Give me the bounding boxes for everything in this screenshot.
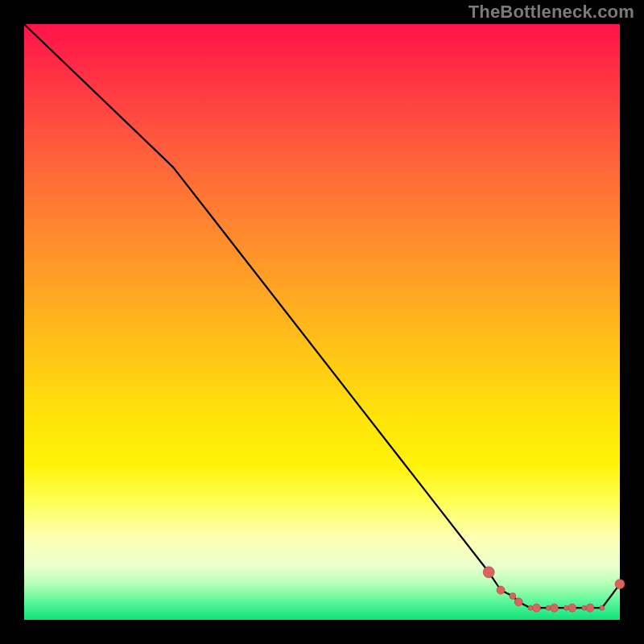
- data-point: [483, 567, 494, 578]
- bottleneck-curve: [24, 24, 620, 608]
- data-point: [600, 605, 605, 610]
- watermark-text: TheBottleneck.com: [469, 2, 634, 23]
- data-point: [615, 580, 625, 589]
- data-point: [528, 605, 533, 610]
- chart-frame: TheBottleneck.com: [0, 0, 644, 644]
- data-point: [497, 586, 505, 594]
- data-point: [514, 598, 522, 606]
- data-point: [532, 604, 540, 612]
- data-point: [510, 592, 516, 599]
- data-point: [551, 604, 559, 612]
- chart-overlay: [24, 24, 620, 620]
- data-point: [586, 604, 594, 612]
- data-point: [582, 605, 587, 610]
- data-point: [568, 604, 576, 612]
